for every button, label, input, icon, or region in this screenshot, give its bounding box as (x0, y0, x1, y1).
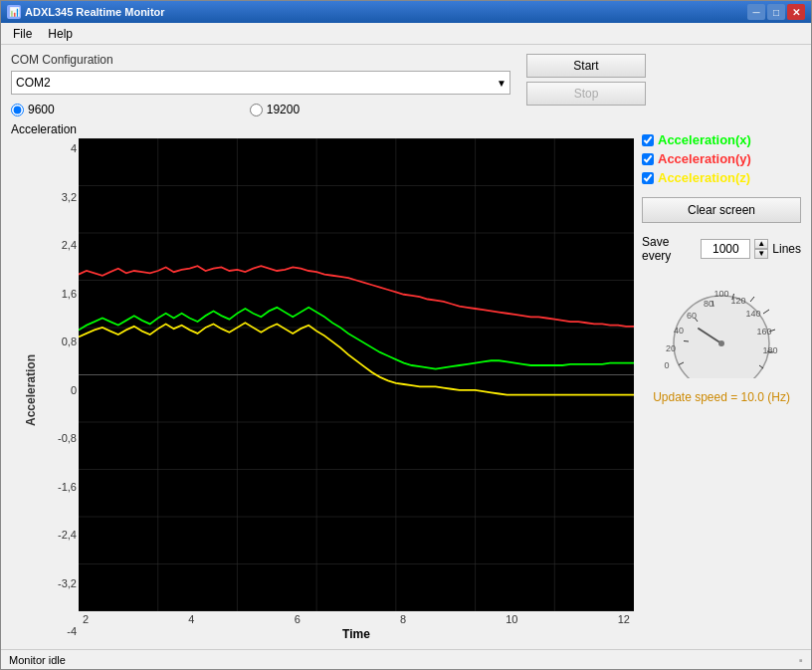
update-speed-label: Update speed = 10.0 (Hz) (642, 390, 801, 404)
x-axis-label: Time (79, 627, 634, 641)
legend: Acceleration(x) Acceleration(y) Accelera… (642, 132, 801, 185)
window-controls: ─ □ ✕ (747, 4, 805, 20)
baud-9600-group: 9600 (11, 103, 55, 116)
clear-screen-button[interactable]: Clear screen (642, 197, 801, 223)
minimize-button[interactable]: ─ (747, 4, 765, 20)
start-button[interactable]: Start (526, 54, 646, 78)
main-area: Acceleration Acceleration 4 3,2 2,4 1,6 (11, 122, 801, 641)
spinner: ▲ ▼ (754, 239, 768, 259)
app-icon: 📊 (7, 5, 21, 19)
legend-label-y: Acceleration(y) (658, 151, 751, 166)
y-tick-0: 0 (53, 384, 77, 396)
menu-file[interactable]: File (5, 25, 40, 43)
legend-label-x: Acceleration(x) (658, 132, 751, 147)
baud-9600-radio[interactable] (11, 104, 24, 116)
title-bar: 📊 ADXL345 Realtime Monitor ─ □ ✕ (1, 1, 811, 23)
status-text: Monitor idle (9, 654, 66, 666)
dial-svg: 0 20 40 60 80 100 120 140 160 180 (657, 279, 786, 378)
close-button[interactable]: ✕ (787, 4, 805, 20)
x-tick-12: 12 (618, 613, 630, 625)
baud-9600-label: 9600 (28, 103, 55, 116)
content-area: COM Configuration COM2 COM1 COM3 COM4 ▼ (1, 45, 811, 649)
y-tick-n32: -3,2 (53, 577, 77, 589)
chart-canvas (79, 138, 634, 611)
chart-title: Acceleration (11, 122, 634, 136)
y-tick-n24: -2,4 (53, 529, 77, 541)
y-axis-label-container: Acceleration (11, 138, 51, 641)
y-axis-label: Acceleration (24, 353, 38, 425)
dial-container: 0 20 40 60 80 100 120 140 160 180 (642, 279, 801, 378)
com-config-label: COM Configuration (11, 53, 801, 67)
save-label: Save every (642, 235, 697, 263)
x-tick-labels: 2 4 6 8 10 12 (79, 613, 634, 625)
dial-label-140: 140 (745, 309, 760, 319)
legend-item-z: Acceleration(z) (642, 170, 801, 185)
dial-center (718, 340, 724, 346)
com-row: COM2 COM1 COM3 COM4 ▼ (11, 71, 801, 116)
control-buttons: Start Stop (526, 54, 646, 106)
menu-help[interactable]: Help (40, 25, 81, 43)
chart-svg (79, 138, 634, 611)
dial-label-40: 40 (674, 326, 684, 335)
x-tick-4: 4 (188, 613, 194, 625)
x-tick-10: 10 (506, 613, 517, 625)
dial-label-20: 20 (666, 343, 676, 353)
dial-label-60: 60 (687, 311, 697, 321)
baud-rate-row: 9600 19200 (11, 103, 518, 116)
legend-checkbox-z[interactable] (642, 172, 654, 184)
window-title: ADXL345 Realtime Monitor (25, 6, 165, 18)
menu-bar: File Help (1, 23, 811, 45)
dial-label-160: 160 (756, 327, 771, 336)
dial-label-120: 120 (730, 296, 745, 306)
dial-label-0: 0 (664, 360, 669, 370)
spinner-down[interactable]: ▼ (754, 249, 768, 259)
y-tick-n08: -0,8 (53, 432, 77, 444)
y-tick-08: 0,8 (53, 335, 77, 347)
chart-area: Acceleration Acceleration 4 3,2 2,4 1,6 (11, 122, 634, 641)
legend-label-z: Acceleration(z) (658, 170, 750, 185)
dial-label-180: 180 (762, 345, 777, 355)
chart-block: 2 4 6 8 10 12 Time (79, 138, 634, 641)
com-port-select[interactable]: COM2 COM1 COM3 COM4 (11, 71, 510, 95)
y-tick-n16: -1,6 (53, 481, 77, 493)
y-tick-24: 2,4 (53, 239, 77, 251)
legend-item-x: Acceleration(x) (642, 132, 801, 147)
svg-line-24 (750, 297, 754, 302)
save-value-input[interactable] (701, 239, 750, 259)
svg-line-25 (763, 310, 769, 314)
y-tick-16: 1,6 (53, 288, 77, 300)
y-tick-32: 3,2 (53, 191, 77, 203)
x-tick-8: 8 (400, 613, 406, 625)
baud-19200-group: 19200 (250, 103, 300, 116)
x-tick-2: 2 (83, 613, 89, 625)
svg-line-20 (684, 341, 689, 342)
legend-checkbox-y[interactable] (642, 153, 654, 165)
maximize-button[interactable]: □ (767, 4, 785, 20)
y-tick-labels: 4 3,2 2,4 1,6 0,8 0 -0,8 -1,6 -2,4 -3,2 … (51, 138, 79, 641)
status-bar: Monitor idle ▪ (1, 649, 811, 669)
com-port-wrapper: COM2 COM1 COM3 COM4 ▼ (11, 71, 510, 95)
dial-label-100: 100 (713, 289, 728, 299)
x-tick-6: 6 (295, 613, 301, 625)
legend-checkbox-x[interactable] (642, 134, 654, 146)
y-tick-n4: -4 (53, 625, 77, 637)
main-window: 📊 ADXL345 Realtime Monitor ─ □ ✕ File He… (0, 0, 812, 670)
legend-item-y: Acceleration(y) (642, 151, 801, 166)
status-indicator: ▪ (799, 654, 803, 666)
baud-19200-label: 19200 (267, 103, 300, 116)
save-row: Save every ▲ ▼ Lines (642, 235, 801, 263)
stop-button[interactable]: Stop (526, 82, 646, 106)
lines-label: Lines (772, 242, 801, 256)
dial-label-80: 80 (704, 299, 713, 309)
y-tick-4: 4 (53, 142, 77, 154)
sidebar: Acceleration(x) Acceleration(y) Accelera… (642, 122, 801, 641)
spinner-up[interactable]: ▲ (754, 239, 768, 249)
com-config-section: COM Configuration COM2 COM1 COM3 COM4 ▼ (11, 53, 801, 116)
baud-19200-radio[interactable] (250, 104, 263, 116)
